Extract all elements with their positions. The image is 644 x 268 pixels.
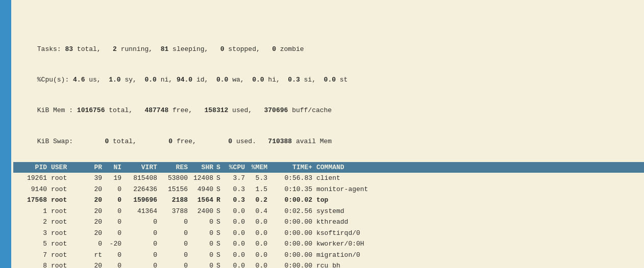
cell-virt: 815408 [125,173,160,183]
header-line3: %Cpu(s): 4.6 us, 1.0 sy, 0.0 ni, 94.0 id… [13,65,644,95]
col-header-shr: SHR [191,164,216,171]
cell-pr: rt [86,250,105,260]
cell-cpu: 0.0 [226,217,248,227]
cell-user: root [51,239,86,249]
cell-cpu: 0.0 [226,228,248,238]
cell-cmd: ksoftirqd/0 [316,228,641,238]
cell-mem: 0.0 [248,228,270,238]
cell-shr: 0 [191,261,216,268]
cell-virt: 159696 [125,195,160,205]
table-body: 19261 root 39 19 815408 53800 12408 S 3.… [13,173,644,268]
cell-virt: 0 [125,228,160,238]
cell-ni: 0 [105,250,125,260]
cell-user: root [51,195,86,205]
cell-pid: 17568 [16,195,51,205]
cell-mem: 0.4 [248,206,270,217]
cell-cpu: 0.0 [226,261,248,268]
cell-s: S [216,250,226,260]
tasks-stopped: 0 [220,45,225,53]
cell-cpu: 0.0 [226,206,248,217]
cell-res: 0 [160,261,191,268]
col-header-cpu: %CPU [226,164,248,171]
cell-cmd: kworker/0:0H [316,239,641,249]
cell-mem: 1.5 [248,184,270,195]
cell-pid: 5 [16,239,51,249]
cell-pr: 39 [86,173,105,183]
header-line2: Tasks: 83 total, 2 running, 81 sleeping,… [13,34,644,64]
cell-res: 2188 [160,195,191,205]
cell-cmd: top [316,195,641,205]
cell-res: 0 [160,228,191,238]
cell-time: 0:00.00 [270,239,316,249]
col-header-pr: PR [86,164,105,171]
cell-time: 0:00.00 [270,228,316,238]
cell-cmd: migration/0 [316,250,641,260]
cell-s: S [216,239,226,249]
cell-pr: 20 [86,217,105,227]
cell-s: S [216,206,226,217]
cell-mem: 0.0 [248,250,270,260]
header-line4: KiB Mem : 1016756 total, 487748 free, 15… [13,95,644,126]
header-line1 [13,3,644,34]
header-section: Tasks: 83 total, 2 running, 81 sleeping,… [13,2,644,158]
cell-cmd: kthreadd [316,217,641,227]
header-line5: KiB Swap: 0 total, 0 free, 0 used. 71038… [13,126,644,157]
cell-res: 53800 [160,173,191,183]
cell-res: 0 [160,250,191,260]
col-header-ni: NI [105,164,125,171]
cell-s: S [216,261,226,268]
cell-s: R [216,195,226,205]
cell-res: 3788 [160,206,191,217]
cell-shr: 2400 [191,206,216,217]
session-manager-tab[interactable] [0,0,11,268]
cell-shr: 4940 [191,184,216,195]
cell-pr: 0 [86,239,105,249]
cell-shr: 0 [191,239,216,249]
table-row[interactable]: 19261 root 39 19 815408 53800 12408 S 3.… [13,173,644,184]
table-row[interactable]: 9140 root 20 0 226436 15156 4940 S 0.3 1… [13,184,644,195]
cell-ni: 0 [105,184,125,195]
col-header-command: COMMAND [316,164,641,171]
cell-pr: 20 [86,195,105,205]
cell-virt: 0 [125,217,160,227]
table-row[interactable]: 1 root 20 0 41364 3788 2400 S 0.0 0.4 0:… [13,206,644,217]
cell-user: root [51,228,86,238]
cell-cmd: rcu_bh [316,261,641,268]
col-header-mem: %MEM [248,164,270,171]
cell-s: S [216,228,226,238]
cell-res: 0 [160,217,191,227]
table-row[interactable]: 7 root rt 0 0 0 0 S 0.0 0.0 0:00.00 migr… [13,250,644,261]
table-row[interactable]: 8 root 20 0 0 0 0 S 0.0 0.0 0:00.00 rcu_… [13,260,644,268]
cell-virt: 0 [125,250,160,260]
table-row[interactable]: 2 root 20 0 0 0 0 S 0.0 0.0 0:00.00 kthr… [13,217,644,228]
table-row[interactable]: 5 root 0 -20 0 0 0 S 0.0 0.0 0:00.00 kwo… [13,238,644,250]
col-header-s: S [216,164,226,171]
cell-user: root [51,217,86,227]
cell-shr: 0 [191,250,216,260]
cell-s: S [216,217,226,227]
cell-ni: 0 [105,228,125,238]
cell-cpu: 0.3 [226,184,248,195]
cell-cmd: monitor-agent [316,184,641,195]
table-header-row: PID USER PR NI VIRT RES SHR S %CPU %MEM … [13,162,644,173]
cell-time: 0:00.00 [270,261,316,268]
cell-ni: -20 [105,239,125,249]
cell-virt: 0 [125,239,160,249]
cell-pid: 2 [16,217,51,227]
cell-ni: 0 [105,261,125,268]
cell-res: 0 [160,239,191,249]
col-header-virt: VIRT [125,164,160,171]
cell-res: 15156 [160,184,191,195]
cell-pid: 8 [16,261,51,268]
cell-time: 0:00.02 [270,195,316,205]
cell-ni: 19 [105,173,125,183]
cell-virt: 226436 [125,184,160,195]
table-row[interactable]: 17568 root 20 0 159696 2188 1564 R 0.3 0… [13,195,644,206]
cell-pid: 19261 [16,173,51,183]
table-row[interactable]: 3 root 20 0 0 0 0 S 0.0 0.0 0:00.00 ksof… [13,228,644,239]
cell-pid: 9140 [16,184,51,195]
cell-cpu: 3.7 [226,173,248,183]
tasks-zombie: 0 [272,45,276,53]
cell-time: 0:56.83 [270,173,316,183]
cell-time: 0:00.00 [270,217,316,227]
